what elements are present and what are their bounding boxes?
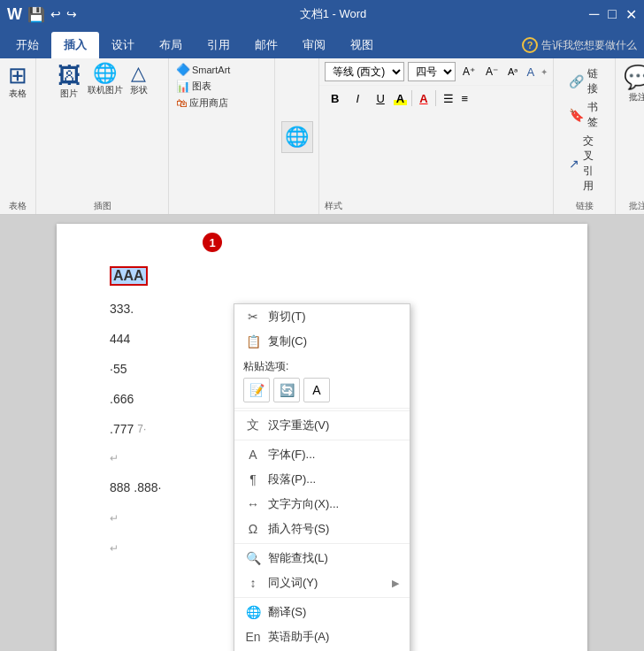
tab-view[interactable]: 视图 [338,32,386,58]
smartart-btn[interactable]: 🔷 SmartArt [174,62,269,77]
image-label: 图片 [60,88,78,100]
separator-4 [234,597,410,598]
bookmark-btn[interactable]: 🔖 书签 [566,99,602,131]
ctx-translate[interactable]: 🌐 翻译(S) [234,600,410,624]
title-bar: W 💾 ↩ ↪ 文档1 - Word ─ □ ✕ [0,0,644,28]
title-bar-left: W 💾 ↩ ↪ [7,5,77,24]
tab-layout[interactable]: 布局 [147,32,195,58]
image-btn[interactable]: 🖼 图片 [55,62,83,102]
table-btn[interactable]: ⊞ 表格 [5,62,30,102]
tab-review[interactable]: 审阅 [290,32,338,58]
translate-icon: 🌐 [245,604,261,620]
paragraph-mark-1: ↵ [110,452,119,464]
link-label: 链接 [587,66,600,96]
cut-icon: ✂ [245,309,261,325]
ctx-english-helper[interactable]: En 英语助手(A) [234,624,410,649]
save-icon[interactable]: 💾 [27,6,45,23]
paste-text-only-btn[interactable]: A [303,378,330,402]
ctx-cut[interactable]: ✂ 剪切(T) [234,304,410,329]
crossref-label: 交叉引用 [583,134,600,194]
ctx-text-dir[interactable]: ↔ 文字方向(X)... [234,492,410,517]
online-image-btn[interactable]: 🌐 联机图片 [85,62,126,98]
smartart-label: SmartArt [192,65,230,75]
table-icon: ⊞ [8,64,27,87]
font-size-select[interactable]: 四号 [408,62,456,81]
separator-3 [234,543,410,544]
ctx-search-label: 智能查找(L) [268,550,399,566]
ribbon-tabs: 开始 插入 设计 布局 引用 邮件 审阅 视图 ? 告诉我您想要做什么 [0,28,644,58]
minimize-btn[interactable]: ─ [589,6,599,23]
online-icon: 🌐 [281,121,313,153]
comment-btn-label: 批注 [629,91,644,103]
close-btn[interactable]: ✕ [625,6,637,23]
format-group: 等线 (西文) 四号 A⁺ A⁻ Aᵃ A ✦ B I U A A ☰ ≡ 样式 [319,58,554,214]
ctx-font[interactable]: A 字体(F)... [234,442,410,467]
tab-start[interactable]: 开始 [4,32,51,58]
link-group-label: 链接 [559,198,610,212]
list-btn[interactable]: ☰ [441,92,456,105]
copy-icon: 📋 [245,333,261,349]
shape-btn[interactable]: △ 形状 [127,62,150,98]
search-icon: 🔍 [245,550,261,566]
paste-merge-btn[interactable]: 🔄 [273,378,300,402]
online-image-label: 联机图片 [88,84,123,96]
paragraph-mark-2: ↵ [110,512,119,525]
highlight-btn[interactable]: A [394,92,407,105]
table-group-label: 表格 [5,198,30,212]
tab-mail[interactable]: 邮件 [242,32,290,58]
help-text[interactable]: 告诉我您想要做什么 [541,38,637,53]
doc-line-1: AAA [110,266,534,286]
ctx-smart-search[interactable]: 🔍 智能查找(L) [234,546,410,571]
ctx-hanzi-repeat[interactable]: 文 汉字重选(V) [234,413,410,438]
symbol-icon: Ω [245,521,261,537]
tab-insert[interactable]: 插入 [51,32,99,58]
tab-design[interactable]: 设计 [99,32,147,58]
underline-btn[interactable]: U [370,88,390,108]
annotation-1: 1 [203,233,222,252]
ctx-paste-label: 粘贴选项: [243,359,401,374]
ctx-insert-symbol[interactable]: Ω 插入符号(S) [234,517,410,541]
font-grow-btn[interactable]: A⁺ [459,65,479,79]
group-table: ⊞ 表格 表格 [0,58,36,214]
doc-line-6-extra: 7· [137,423,146,435]
redo-icon[interactable]: ↪ [66,7,77,21]
separator-1 [234,410,410,411]
maximize-btn[interactable]: □ [608,6,617,23]
link-icon: 🔗 [569,74,584,88]
superscript-btn[interactable]: Aᵃ [505,66,520,78]
context-menu: ✂ 剪切(T) 📋 复制(C) 粘贴选项: 📝 🔄 A 文 汉 [234,303,410,651]
font-shrink-btn[interactable]: A⁻ [482,65,502,79]
divider1 [411,90,412,106]
link-btn[interactable]: 🔗 链接 [566,65,602,97]
ctx-paragraph[interactable]: ¶ 段落(P)... [234,467,410,492]
paste-keep-source-btn[interactable]: 📝 [243,378,270,402]
ctx-symbol-label: 插入符号(S) [268,521,399,537]
ctx-copy[interactable]: 📋 复制(C) [234,329,410,354]
bookmark-label: 书签 [587,100,600,130]
font-name-select[interactable]: 等线 (西文) [325,62,404,81]
appstore-btn[interactable]: 🛍 应用商店 [174,96,269,111]
tab-cite[interactable]: 引用 [195,32,242,58]
ordered-list-btn[interactable]: ≡ [459,92,472,105]
style-label: 样式 [325,201,342,211]
style-label-area: 样式 [319,195,553,214]
clear-format-btn[interactable]: A [524,65,537,79]
undo-icon[interactable]: ↩ [50,7,61,21]
separator-2 [234,440,410,440]
ribbon-toolbar: ⊞ 表格 表格 🖼 图片 🌐 联机图片 △ 形状 插图 🔷 [0,58,644,215]
chart-btn[interactable]: 📊 图表 [174,79,269,94]
group-online: 🌐 [275,58,319,214]
comment-btn[interactable]: 💬 批注 [618,62,644,105]
bold-btn[interactable]: B [325,88,345,108]
word-icon: W [7,5,22,24]
ctx-paragraph-label: 段落(P)... [268,471,399,487]
comment-group-label: 批注 [621,198,644,212]
online-image-icon: 🌐 [93,64,117,83]
crossref-btn[interactable]: ↗ 交叉引用 [566,133,602,195]
link-group-items: 🔗 链接 🔖 书签 ↗ 交叉引用 [559,62,610,198]
ctx-font-label: 字体(F)... [268,447,399,463]
italic-btn[interactable]: I [348,88,367,108]
ctx-synonym[interactable]: ↕ 同义词(Y) ▶ [234,571,410,595]
paragraph-mark-3: ↵ [110,542,119,555]
font-color-btn[interactable]: A [417,92,430,105]
